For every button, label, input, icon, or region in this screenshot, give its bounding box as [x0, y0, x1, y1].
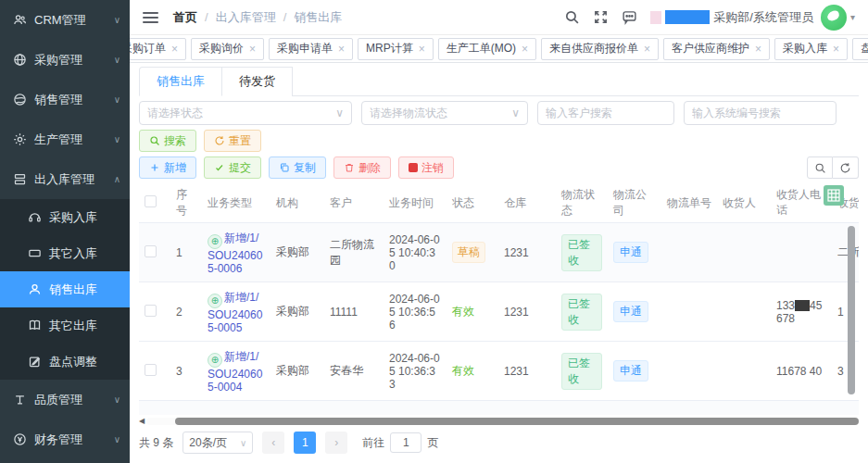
close-icon[interactable]: × [338, 43, 345, 56]
select-all-checkbox[interactable] [145, 195, 157, 207]
current-page-button[interactable]: 1 [294, 432, 316, 454]
next-page-button[interactable]: › [325, 432, 347, 454]
submit-button[interactable]: 提交 [204, 156, 261, 179]
table-header-row: 序号 业务类型 机构 客户 业务时间 状态 仓库 物流状态 物流公司 物流单号 … [139, 183, 859, 223]
logout-doc-button[interactable]: 注销 [398, 156, 454, 179]
redacted-block [795, 300, 810, 311]
fullscreen-icon[interactable] [593, 9, 609, 25]
sidebar-item-sales-outbound[interactable]: 销售出库 [0, 271, 130, 307]
table-refresh-icon[interactable] [833, 156, 859, 179]
sidebar-item-sales[interactable]: 销售管理 ∨ [0, 80, 130, 119]
user-chip[interactable]: 采购部/系统管理员 ▾ [650, 5, 855, 31]
cell-receiver [717, 342, 771, 401]
col-logistics-no: 物流单号 [661, 183, 717, 223]
breadcrumb-section[interactable]: 出入库管理 [216, 9, 276, 26]
sidebar-item-quality[interactable]: 品质管理 ∨ [0, 380, 130, 419]
sidebar-item-crm[interactable]: CRM管理 ∨ [0, 0, 130, 40]
page-size-select[interactable]: 20条/页 ∨ [182, 432, 253, 454]
cell-seq [170, 401, 202, 416]
sidebar-item-other-outbound[interactable]: 其它出库 [0, 307, 130, 344]
finance-icon [13, 432, 27, 446]
add-button[interactable]: 新增 [139, 156, 196, 179]
chevron-down-icon: ∨ [114, 94, 120, 105]
tab-stocktake[interactable]: 盘点调整× [852, 38, 868, 60]
sidebar-item-label: 销售管理 [34, 92, 82, 108]
column-settings-icon[interactable] [824, 185, 844, 206]
close-icon[interactable]: × [171, 43, 178, 56]
col-logistics-company: 物流公司 [608, 183, 661, 223]
scroll-left-icon[interactable]: ◀ [139, 417, 145, 426]
scrollbar-thumb[interactable] [848, 226, 855, 394]
scrollbar-thumb[interactable] [175, 418, 859, 425]
doc-circle-icon: ⊕ [208, 234, 222, 249]
tab-purchase-order[interactable]: 采购订单× [130, 38, 186, 60]
status-text: 有效 [452, 305, 474, 318]
col-org: 机构 [270, 183, 324, 223]
row-checkbox[interactable] [145, 305, 157, 317]
goto-page-input[interactable] [390, 432, 421, 453]
breadcrumb: 首页 / 出入库管理 / 销售出库 [173, 9, 342, 26]
logistics-status-select[interactable]: 请选择物流状态 ∨ [361, 101, 528, 125]
headset-icon [28, 210, 42, 224]
total-count: 共 9 条 [139, 435, 173, 451]
tab-supplier-quote[interactable]: 来自供应商报价单× [541, 38, 659, 60]
table-vertical-scrollbar[interactable] [848, 226, 855, 409]
status-select[interactable]: 请选择状态 ∨ [139, 101, 352, 125]
close-icon[interactable]: × [419, 43, 425, 56]
breadcrumb-home[interactable]: 首页 [173, 9, 197, 26]
tab-customer-supplier[interactable]: 客户供应商维护× [663, 38, 770, 60]
cell-status: 草稿 [447, 223, 498, 282]
cell-seq: 1 [170, 223, 202, 282]
tab-purchase-inbound[interactable]: 采购入库× [774, 38, 848, 60]
sidebar-item-other-inbound[interactable]: 其它入库 [0, 235, 130, 271]
cell-type: ⊕新增/1/SOU240605-0004 [202, 342, 270, 401]
cell-phone: 11678 40 [771, 342, 832, 401]
customer-search-input[interactable] [537, 101, 674, 125]
tab-purchase-request[interactable]: 采购申请单× [269, 38, 353, 60]
close-icon[interactable]: × [644, 43, 650, 56]
prev-page-button[interactable]: ‹ [262, 432, 284, 454]
close-icon[interactable]: × [833, 43, 839, 56]
avatar[interactable] [821, 5, 847, 31]
reset-button[interactable]: 重置 [204, 130, 261, 152]
cell-warehouse: 1231 [498, 223, 556, 282]
sidebar-item-label: 销售出库 [49, 282, 97, 298]
sidebar-item-finance[interactable]: 财务管理 ∨ [0, 419, 130, 459]
delete-button[interactable]: 删除 [333, 156, 391, 179]
sidebar-item-stocktake[interactable]: 盘点调整 [0, 344, 130, 380]
search-icon[interactable] [564, 9, 580, 25]
sidebar-item-purchase[interactable]: 采购管理 ∨ [0, 40, 130, 80]
sysno-search-input[interactable] [684, 101, 837, 125]
col-logistics-status: 物流状态 [556, 183, 608, 223]
cell-time: 2024-06-05 10:40:30 [384, 223, 447, 282]
tab-purchase-inquiry[interactable]: 采购询价× [191, 38, 264, 60]
sidebar-item-inventory[interactable]: 出入库管理 ∧ [0, 159, 130, 199]
row-checkbox[interactable] [145, 245, 157, 257]
message-icon[interactable] [622, 9, 637, 25]
table-horizontal-scrollbar[interactable]: ◀ [139, 417, 859, 426]
col-type: 业务类型 [202, 183, 270, 223]
cell-logistics-status: 已签收 [556, 223, 608, 282]
close-icon[interactable]: × [522, 43, 528, 56]
table-row: 1 ⊕新增/1/SOU240605-0006 采购部 二所物流园 2024-06… [139, 223, 859, 282]
tab-mo[interactable]: 生产工单(MO)× [438, 38, 536, 60]
table-row: 3 ⊕新增/1/SOU240605-0004 采购部 安春华 2024-06-0… [139, 342, 859, 401]
table-search-icon[interactable] [807, 156, 833, 179]
sidebar-item-production[interactable]: 生产管理 ∨ [0, 119, 130, 159]
close-icon[interactable]: × [249, 43, 256, 56]
row-checkbox[interactable] [145, 364, 157, 376]
earth-icon [13, 93, 27, 106]
close-icon[interactable]: × [755, 43, 761, 56]
tab-pending-shipment[interactable]: 待发货 [222, 67, 293, 96]
search-button[interactable]: 搜索 [139, 130, 196, 152]
main-area: 首页 / 出入库管理 / 销售出库 采购部/系统管理员 ▾ [130, 0, 868, 463]
users-icon [13, 13, 27, 27]
tab-mrp[interactable]: MRP计算× [358, 38, 434, 60]
user-icon [28, 282, 42, 296]
card-icon [28, 246, 42, 260]
copy-button[interactable]: 复制 [269, 156, 326, 179]
tab-sales-outbound-list[interactable]: 销售出库 [139, 67, 222, 96]
hamburger-icon[interactable] [143, 12, 158, 23]
sidebar-item-purchase-inbound[interactable]: 采购入库 [0, 199, 130, 235]
filter-row: 请选择状态 ∨ 请选择物流状态 ∨ [139, 101, 859, 125]
